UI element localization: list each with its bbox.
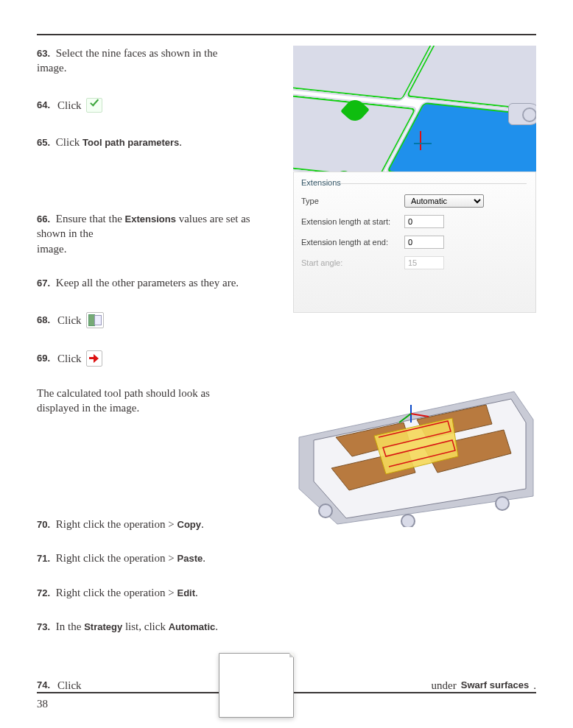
- step-number: 69.: [37, 352, 50, 365]
- step-71: 71. Right click the operation > Paste.: [37, 551, 536, 565]
- step-text: Ensure that the: [56, 213, 125, 225]
- svg-point-9: [496, 497, 509, 510]
- bold-term: Swarf surfaces: [461, 679, 530, 692]
- step-text: image.: [37, 243, 66, 255]
- step-65: 65. Click Tool path parameters.: [37, 135, 273, 149]
- step-text: In the: [56, 621, 84, 632]
- note-text: displayed in the image.: [37, 402, 139, 414]
- panel-input-angle: [404, 256, 444, 269]
- panel-label-start: Extension length at start:: [301, 217, 404, 226]
- step-text: Click: [57, 313, 82, 328]
- step-text: .: [533, 678, 536, 693]
- figure-toolpath-result: [293, 386, 536, 527]
- step-number: 67.: [37, 278, 50, 289]
- top-rule: [37, 34, 536, 35]
- step-text: list, click: [122, 621, 169, 632]
- step-text: .: [203, 552, 205, 564]
- step-74: 74. Click under Swarf surfaces.: [37, 653, 536, 718]
- step-number: 65.: [37, 137, 50, 148]
- document-page: 63. Select the nine faces as shown in th…: [0, 0, 573, 728]
- step-text: Select the nine faces as shown in the: [56, 47, 218, 59]
- step-66: 66. Ensure that the Extensions values ar…: [37, 211, 273, 256]
- step-text: Click: [57, 351, 82, 366]
- note-text: The calculated tool path should look as: [37, 387, 210, 399]
- step-number: 66.: [37, 213, 50, 225]
- step-64: 64. Click: [37, 98, 273, 113]
- step-67: 67. Keep all the other parameters as the…: [37, 275, 273, 290]
- page-icon: [219, 653, 294, 718]
- step-text: Keep all the other parameters as they ar…: [56, 277, 239, 289]
- bold-term: Tool path parameters: [82, 137, 179, 148]
- step-63: 63. Select the nine faces as shown in th…: [37, 46, 273, 76]
- step-text: .: [215, 621, 218, 632]
- checkmark-icon: [86, 98, 102, 113]
- panel-input-start[interactable]: [404, 215, 444, 228]
- step-number: 73.: [37, 621, 50, 632]
- step-text: Right click the operation >: [56, 552, 177, 564]
- bold-term: Strategy: [84, 621, 122, 632]
- svg-point-7: [319, 504, 332, 517]
- step-number: 64.: [37, 99, 50, 112]
- bold-term: Automatic: [169, 621, 216, 632]
- step-number: 71.: [37, 553, 50, 564]
- step-text: .: [179, 136, 182, 148]
- bold-term: Extensions: [125, 213, 176, 225]
- step-text: Right click the operation >: [56, 587, 177, 598]
- step-number: 74.: [37, 679, 50, 692]
- step-68: 68. Click: [37, 312, 536, 328]
- step-text: image.: [37, 62, 66, 74]
- calculate-icon: [86, 312, 104, 328]
- step-text: under: [432, 678, 457, 693]
- panel-group-label: Extensions: [301, 178, 528, 187]
- step-69: 69. Click: [37, 350, 536, 367]
- svg-point-8: [401, 515, 415, 527]
- panel-input-end[interactable]: [404, 236, 444, 249]
- step-number: 68.: [37, 314, 50, 327]
- bold-term: Paste: [177, 553, 203, 564]
- step-text: Click: [57, 98, 82, 113]
- run-arrow-icon: [86, 350, 102, 367]
- figure-extensions-panel: Extensions Type Automatic Extension leng…: [293, 172, 536, 313]
- step-text: Click: [57, 678, 82, 693]
- step-number: 72.: [37, 587, 50, 598]
- panel-label-type: Type: [301, 197, 404, 205]
- step-number: 63.: [37, 48, 50, 59]
- step-69-note: The calculated tool path should look as …: [37, 386, 280, 416]
- panel-label-end: Extension length at end:: [301, 238, 404, 247]
- step-text: Click: [56, 136, 82, 148]
- panel-label-angle: Start angle:: [301, 258, 404, 267]
- step-72: 72. Right click the operation > Edit.: [37, 585, 536, 600]
- bold-term: Edit: [177, 587, 196, 598]
- panel-type-select[interactable]: Automatic: [404, 194, 484, 208]
- step-text: .: [195, 587, 198, 598]
- step-73: 73. In the Strategy list, click Automati…: [37, 619, 536, 634]
